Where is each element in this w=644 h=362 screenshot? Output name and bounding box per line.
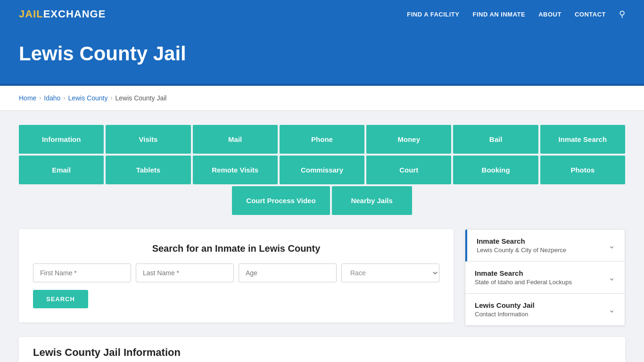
breadcrumb-sep-3: › xyxy=(110,95,112,101)
chevron-down-icon-2: ⌄ xyxy=(608,304,615,315)
btn-nearby-jails[interactable]: Nearby Jails xyxy=(332,186,412,215)
sidebar-item-content-2: Lewis County Jail Contact Information xyxy=(475,301,535,318)
btn-remote-visits[interactable]: Remote Visits xyxy=(193,156,278,184)
info-section: Lewis County Jail Information xyxy=(19,337,625,362)
btn-information[interactable]: Information xyxy=(19,125,104,154)
btn-commissary[interactable]: Commissary xyxy=(280,156,364,184)
button-grid-row3: Court Process Video Nearby Jails xyxy=(19,186,625,215)
logo-jail: JAIL xyxy=(19,8,43,20)
sidebar-item-title-1: Inmate Search xyxy=(475,269,572,277)
breadcrumb-home[interactable]: Home xyxy=(19,94,36,102)
logo-exchange: EXCHANGE xyxy=(43,8,106,20)
breadcrumb-sep-2: › xyxy=(63,95,65,101)
sidebar-item-content-0: Inmate Search Lewis County & City of Nez… xyxy=(477,237,566,254)
hero-section: Lewis County Jail xyxy=(0,28,644,86)
lower-section: Search for an Inmate in Lewis County Rac… xyxy=(19,229,625,326)
sidebar-item-subtitle-2: Contact Information xyxy=(475,311,535,318)
sidebar-item-0[interactable]: Inmate Search Lewis County & City of Nez… xyxy=(465,230,625,262)
button-grid-row2: Email Tablets Remote Visits Commissary C… xyxy=(19,156,625,184)
btn-court[interactable]: Court xyxy=(366,156,451,184)
btn-visits[interactable]: Visits xyxy=(106,125,190,154)
navbar: JAILEXCHANGE FIND A FACILITY FIND AN INM… xyxy=(0,0,644,28)
breadcrumb-bar: Home › Idaho › Lewis County › Lewis Coun… xyxy=(0,86,644,111)
btn-tablets[interactable]: Tablets xyxy=(106,156,190,184)
chevron-down-icon-1: ⌄ xyxy=(608,272,615,283)
chevron-down-icon-0: ⌄ xyxy=(608,240,615,251)
nav-about[interactable]: ABOUT xyxy=(538,11,561,18)
breadcrumb-current: Lewis County Jail xyxy=(115,94,166,102)
breadcrumb-sep-1: › xyxy=(39,95,41,101)
search-title: Search for an Inmate in Lewis County xyxy=(33,243,439,254)
btn-photos[interactable]: Photos xyxy=(540,156,625,184)
sidebar-item-subtitle-1: State of Idaho and Federal Lockups xyxy=(475,279,572,286)
btn-bail[interactable]: Bail xyxy=(453,125,538,154)
search-panel: Search for an Inmate in Lewis County Rac… xyxy=(19,229,454,322)
sidebar-item-subtitle-0: Lewis County & City of Nezperce xyxy=(477,247,566,254)
nav-links: FIND A FACILITY FIND AN INMATE ABOUT CON… xyxy=(407,9,625,19)
nav-find-facility[interactable]: FIND A FACILITY xyxy=(407,11,459,18)
sidebar-item-2[interactable]: Lewis County Jail Contact Information ⌄ xyxy=(465,294,625,325)
search-button[interactable]: SEARCH xyxy=(33,290,88,308)
sidebar-item-1[interactable]: Inmate Search State of Idaho and Federal… xyxy=(465,262,625,294)
btn-money[interactable]: Money xyxy=(366,125,451,154)
main-content: Information Visits Mail Phone Money Bail… xyxy=(0,111,644,362)
nav-find-inmate[interactable]: FIND AN INMATE xyxy=(472,11,525,18)
btn-court-process-video[interactable]: Court Process Video xyxy=(232,186,330,215)
btn-booking[interactable]: Booking xyxy=(453,156,538,184)
btn-mail[interactable]: Mail xyxy=(193,125,278,154)
button-grid-row1: Information Visits Mail Phone Money Bail… xyxy=(19,125,625,154)
sidebar-panels: Inmate Search Lewis County & City of Nez… xyxy=(465,229,625,326)
sidebar-item-title-2: Lewis County Jail xyxy=(475,301,535,309)
sidebar-item-title-0: Inmate Search xyxy=(477,237,566,245)
search-form-row1: Race White Black Hispanic Asian Other xyxy=(33,263,439,282)
breadcrumb: Home › Idaho › Lewis County › Lewis Coun… xyxy=(19,94,625,102)
btn-email[interactable]: Email xyxy=(19,156,104,184)
search-icon-button[interactable]: ⚲ xyxy=(619,9,625,19)
sidebar-item-content-1: Inmate Search State of Idaho and Federal… xyxy=(475,269,572,286)
btn-phone[interactable]: Phone xyxy=(280,125,364,154)
btn-inmate-search[interactable]: Inmate Search xyxy=(540,125,625,154)
breadcrumb-lewis-county[interactable]: Lewis County xyxy=(68,94,107,102)
info-title: Lewis County Jail Information xyxy=(33,346,611,359)
race-select[interactable]: Race White Black Hispanic Asian Other xyxy=(341,263,439,282)
last-name-input[interactable] xyxy=(136,263,234,282)
nav-contact[interactable]: CONTACT xyxy=(575,11,606,18)
first-name-input[interactable] xyxy=(33,263,131,282)
logo[interactable]: JAILEXCHANGE xyxy=(19,8,106,20)
page-title: Lewis County Jail xyxy=(19,42,625,65)
age-input[interactable] xyxy=(239,263,337,282)
breadcrumb-idaho[interactable]: Idaho xyxy=(44,94,60,102)
